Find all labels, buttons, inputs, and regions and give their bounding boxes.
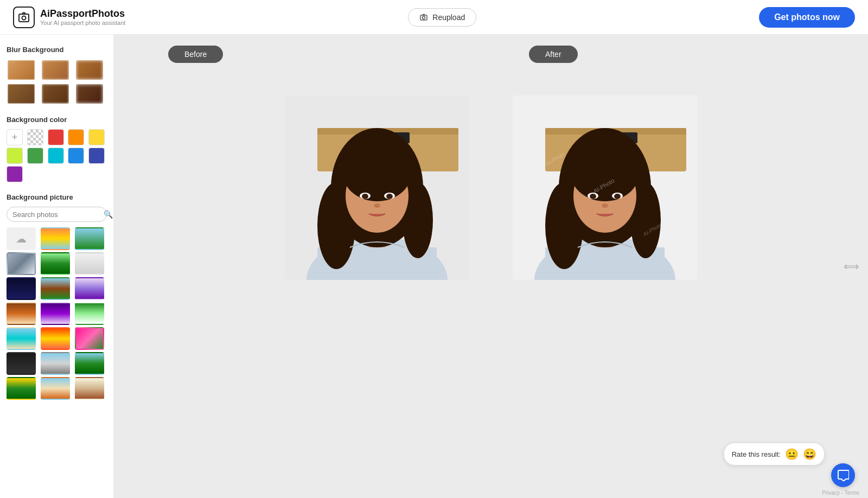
blue-swatch[interactable] — [68, 148, 84, 164]
white-room-photo-thumb[interactable] — [75, 252, 104, 275]
background-picture-title: Background picture — [7, 193, 107, 201]
building-photo-thumb[interactable] — [41, 377, 70, 400]
orange-swatch[interactable] — [68, 129, 84, 145]
after-photo-frame: AI-Photo AI-Photo AI-Photo — [513, 95, 697, 280]
main-layout: Blur Background Background color + — [0, 35, 868, 498]
blur-background-title: Blur Background — [7, 46, 107, 54]
yellow-photo-thumb[interactable] — [7, 377, 36, 400]
after-label: After — [529, 46, 578, 63]
svg-point-20 — [374, 203, 380, 208]
green-photo-thumb[interactable] — [41, 252, 70, 275]
chat-icon — [837, 469, 849, 481]
svg-point-15 — [343, 147, 411, 201]
columns-photo-thumb[interactable] — [75, 377, 104, 400]
background-color-title: Background color — [7, 116, 107, 124]
mountains-photo-thumb[interactable] — [7, 252, 36, 275]
header: AiPassportPhotos Your AI passport photo … — [0, 0, 868, 35]
search-input[interactable] — [12, 210, 104, 219]
blur-thumb-6[interactable] — [75, 83, 104, 105]
blur-thumb-3[interactable] — [75, 59, 104, 81]
sidebar: Blur Background Background color + — [0, 35, 114, 498]
navy-swatch[interactable] — [88, 148, 105, 164]
beach-photo-thumb[interactable] — [7, 327, 36, 350]
privacy-text: Privacy - Terms — [822, 490, 859, 496]
cyan-swatch[interactable] — [48, 148, 64, 164]
purple-photo-thumb[interactable] — [41, 302, 70, 325]
blur-thumb-2[interactable] — [41, 59, 70, 81]
color-grid: + — [7, 129, 107, 182]
camera-icon — [419, 13, 428, 22]
sunset-photo-thumb[interactable] — [41, 227, 70, 250]
rate-result-area: Rate this result: 😐 😄 — [724, 443, 825, 465]
deer-photo-thumb[interactable] — [75, 302, 104, 325]
lime-swatch[interactable] — [7, 148, 23, 164]
forest-photo-thumb[interactable] — [75, 352, 104, 375]
logo-subtitle: Your AI passport photo assistant — [40, 20, 125, 26]
emoji-happy-button[interactable]: 😄 — [803, 448, 816, 461]
logo-icon — [13, 7, 35, 28]
road-photo-thumb[interactable] — [41, 352, 70, 375]
after-portrait-svg: AI-Photo AI-Photo AI-Photo — [513, 95, 697, 280]
get-photos-button[interactable]: Get photos now — [759, 7, 855, 28]
svg-point-18 — [362, 194, 368, 199]
before-photo-frame — [285, 95, 469, 280]
svg-point-32 — [571, 147, 639, 201]
floral-photo-thumb[interactable] — [75, 327, 104, 350]
add-color-swatch[interactable]: + — [7, 129, 23, 145]
chat-button[interactable] — [831, 463, 855, 487]
blur-thumb-5[interactable] — [41, 83, 70, 105]
reupload-button[interactable]: Reupload — [408, 8, 476, 27]
before-label: Before — [168, 46, 223, 63]
rate-text: Rate this result: — [732, 450, 781, 458]
logo-area: AiPassportPhotos Your AI passport photo … — [13, 7, 125, 28]
checker-swatch[interactable] — [27, 129, 43, 145]
blur-thumb-4[interactable] — [7, 83, 36, 105]
search-icon: 🔍 — [104, 210, 113, 219]
dark-photo-thumb[interactable] — [7, 352, 36, 375]
wood-photo-thumb[interactable] — [7, 302, 36, 325]
before-after-labels: Before After — [114, 35, 868, 63]
svg-point-1 — [22, 16, 26, 20]
expand-icon[interactable]: ⟺ — [844, 260, 859, 273]
blur-thumb-1[interactable] — [7, 59, 36, 81]
lavender-photo-thumb[interactable] — [75, 277, 104, 300]
svg-point-19 — [386, 194, 393, 199]
search-box: 🔍 — [7, 207, 107, 222]
upload-photo-thumb[interactable]: ☁ — [7, 227, 36, 250]
main-content: Before After — [114, 35, 868, 498]
logo-title: AiPassportPhotos — [40, 8, 125, 20]
yellow-swatch[interactable] — [88, 129, 105, 145]
tree-photo-thumb[interactable] — [75, 227, 104, 250]
tree2-photo-thumb[interactable] — [41, 277, 70, 300]
svg-point-36 — [614, 194, 621, 199]
blur-grid — [7, 59, 107, 105]
svg-rect-0 — [19, 14, 29, 22]
red-swatch[interactable] — [48, 129, 64, 145]
night-photo-thumb[interactable] — [7, 277, 36, 300]
background-picture-section: Background picture 🔍 ☁ — [7, 193, 107, 400]
svg-point-37 — [602, 203, 608, 208]
photo-grid: ☁ — [7, 227, 107, 400]
green-swatch[interactable] — [27, 148, 43, 164]
logo-text-block: AiPassportPhotos Your AI passport photo … — [40, 8, 125, 26]
images-area: AI-Photo AI-Photo AI-Photo — [114, 63, 868, 302]
background-color-section: Background color + — [7, 116, 107, 182]
emoji-neutral-button[interactable]: 😐 — [785, 448, 799, 461]
before-portrait-svg — [285, 95, 469, 280]
reupload-label: Reupload — [432, 13, 465, 22]
svg-point-3 — [423, 16, 425, 19]
purple-swatch[interactable] — [7, 166, 23, 182]
sunrise-photo-thumb[interactable] — [41, 327, 70, 350]
